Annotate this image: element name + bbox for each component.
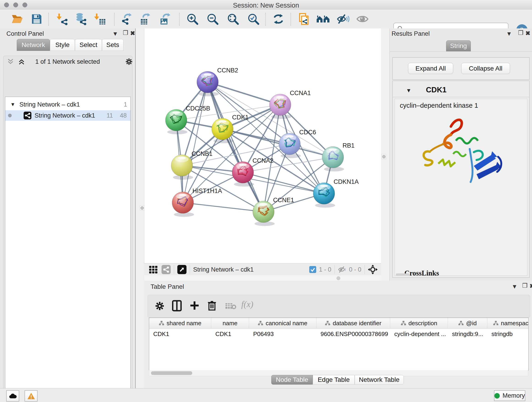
edge-HIST1H1A-CCNE1[interactable] (183, 203, 264, 212)
network-row-selected[interactable]: String Network – cdk1 11 48 (5, 110, 130, 121)
hide-selected-icon[interactable] (336, 12, 350, 26)
network-selected-status: 1 of 1 Network selected (0, 58, 135, 65)
left-splitter[interactable] (136, 28, 144, 388)
float-panel-icon[interactable]: ▼ (112, 31, 118, 37)
collapse-all-button[interactable]: Collapse All (461, 63, 510, 74)
column-header-canonical-name[interactable]: canonical name (249, 318, 317, 328)
column-header-name[interactable]: name (211, 318, 249, 328)
hidden-eye-icon[interactable] (338, 266, 347, 274)
export-network-icon[interactable] (120, 12, 133, 26)
node-label-CDC25B: CDC25B (186, 105, 210, 112)
node-CCNA2[interactable] (232, 162, 254, 186)
table-cell[interactable]: CDK1 (149, 329, 211, 339)
node-CCNB1[interactable] (171, 155, 193, 180)
zoom-out-icon[interactable] (206, 12, 220, 26)
float-panel-icon[interactable]: ▼ (506, 31, 512, 37)
node-CDC6[interactable] (279, 133, 301, 158)
left-splitter-handle[interactable] (140, 205, 144, 211)
table-row[interactable]: CDK1CDK1P064939606.ENSP00000378699cyclin… (149, 329, 528, 339)
cloud-status-button[interactable] (6, 390, 19, 402)
tab-network-table[interactable]: Network Table (355, 375, 404, 385)
node-CCNE1[interactable] (253, 201, 275, 226)
float-panel-icon[interactable]: ▼ (512, 283, 518, 289)
right-splitter-handle[interactable] (381, 154, 386, 159)
node-CDK1[interactable] (212, 118, 234, 143)
node-CDKN1A[interactable] (313, 183, 335, 208)
cdk1-section: ▼ CDK1 cyclin–dependent kinase 1 (393, 81, 530, 278)
network-collection-row[interactable]: ▼ String Network – cdk1 1 (5, 99, 130, 110)
tab-style[interactable]: Style (50, 39, 75, 51)
open-in-window-icon[interactable] (177, 265, 186, 274)
chevron-down-icon[interactable]: ▼ (10, 102, 15, 108)
zoom-fit-icon[interactable] (226, 12, 240, 26)
node-CDC25B[interactable] (165, 109, 187, 134)
protein-structure-image[interactable] (417, 113, 506, 188)
export-image-icon[interactable] (158, 12, 172, 26)
column-header-label: database identifier (333, 320, 381, 327)
network-thumbnail-icon[interactable] (162, 265, 171, 274)
maximize-panel-icon[interactable]: ❒ (522, 283, 527, 288)
close-panel-icon[interactable]: ✖ (525, 30, 530, 36)
zoom-selected-icon[interactable] (247, 12, 260, 26)
node-HIST1H1A[interactable] (172, 192, 194, 217)
table-cell[interactable]: stringdb (487, 329, 529, 339)
birds-eye-view-icon[interactable] (368, 265, 378, 274)
show-columns-icon[interactable] (172, 300, 182, 312)
edge-CDK1-RB1[interactable] (222, 129, 333, 157)
table-settings-gear-icon[interactable] (155, 301, 165, 311)
duplicate-network-icon[interactable] (297, 12, 310, 26)
tab-select[interactable]: Select (75, 39, 102, 51)
table-cell[interactable]: stringdb:9... (448, 329, 487, 339)
delete-column-icon[interactable] (207, 300, 217, 311)
show-all-icon[interactable] (355, 12, 369, 26)
function-builder-icon[interactable]: f(x) (241, 299, 253, 309)
network-canvas[interactable]: CCNB2CCNA1CDC25BCDK1CDC6RB1CCNB1CCNA2CDK… (144, 28, 381, 263)
column-header-namespace[interactable]: namespace (487, 318, 529, 328)
column-header-database-identifier[interactable]: database identifier (317, 318, 390, 328)
table-cell[interactable]: 9606.ENSP00000378699 (317, 329, 390, 339)
open-file-icon[interactable] (10, 12, 24, 26)
node-CCNA1[interactable] (269, 94, 291, 119)
column-header-label: description (409, 320, 437, 327)
tab-node-table[interactable]: Node Table (271, 375, 313, 385)
column-header-description[interactable]: description (390, 318, 448, 328)
add-column-icon[interactable] (190, 300, 200, 311)
node-CCNB2[interactable] (197, 71, 219, 96)
tab-edge-table[interactable]: Edge Table (313, 375, 355, 385)
gear-icon[interactable] (125, 58, 133, 65)
expand-all-button[interactable]: Expand All (408, 63, 453, 74)
table-cell[interactable]: cyclin-dependent ... (390, 329, 448, 339)
import-network-icon[interactable] (56, 12, 69, 26)
zoom-in-icon[interactable] (186, 12, 199, 26)
tab-network[interactable]: Network (17, 39, 50, 51)
close-panel-icon[interactable]: ✖ (130, 30, 135, 36)
column-header-shared-name[interactable]: shared name (149, 318, 211, 328)
results-scrollbar[interactable] (396, 274, 410, 276)
import-network-database-icon[interactable] (74, 12, 88, 26)
tab-sets[interactable]: Sets (102, 39, 123, 51)
node-RB1[interactable] (322, 147, 344, 172)
column-header--id[interactable]: @id (448, 318, 487, 328)
close-panel-icon[interactable]: ✖ (530, 283, 532, 289)
memory-button[interactable]: Memory (494, 390, 525, 401)
result-node-name: CDK1 (426, 85, 447, 94)
save-session-icon[interactable] (30, 12, 44, 26)
maximize-panel-icon[interactable]: ❒ (518, 30, 523, 36)
maximize-panel-icon[interactable]: ❒ (123, 30, 128, 36)
chevron-down-icon[interactable]: ▼ (406, 87, 412, 94)
scrollbar-thumb[interactable] (151, 371, 192, 375)
export-table-icon[interactable] (138, 12, 152, 26)
import-table-icon[interactable] (93, 12, 107, 26)
table-cell[interactable]: P06493 (249, 329, 317, 339)
horizontal-splitter[interactable] (144, 275, 381, 281)
crosslinks-title: CrossLinks (404, 269, 518, 277)
delete-table-icon[interactable] (225, 303, 236, 310)
splitter-handle[interactable] (336, 276, 340, 280)
tab-string[interactable]: String (446, 40, 471, 51)
table-cell[interactable]: CDK1 (211, 329, 249, 339)
first-neighbors-icon[interactable] (316, 12, 330, 26)
warning-status-button[interactable] (25, 390, 38, 402)
grid-view-icon[interactable] (149, 265, 158, 274)
selected-checkbox-icon[interactable] (309, 266, 316, 273)
refresh-icon[interactable] (272, 12, 285, 26)
